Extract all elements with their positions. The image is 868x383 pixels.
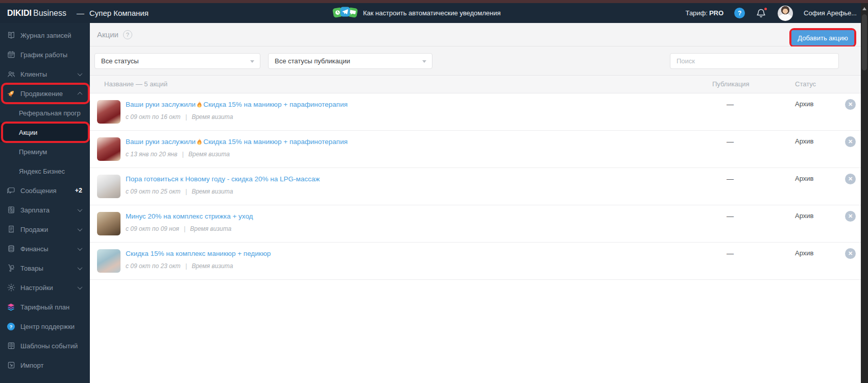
sidebar-item-promotion[interactable]: Продвижение: [0, 84, 90, 103]
chevron-down-icon: [78, 265, 83, 270]
sidebar-item-finance[interactable]: Финансы: [0, 239, 90, 258]
close-button[interactable]: ✕: [845, 174, 856, 184]
chevron-down-icon: [78, 207, 83, 212]
promo-row[interactable]: Пора готовиться к Новому году - скидка 2…: [90, 168, 861, 205]
telegram-icon: [340, 7, 350, 19]
sidebar-item-templates[interactable]: Шаблоны событий: [0, 336, 90, 355]
sidebar-item-yandex[interactable]: Яндекс Бизнес: [0, 161, 90, 181]
sidebar-item-settings[interactable]: Настройки: [0, 278, 90, 297]
chevron-down-icon: [78, 284, 83, 290]
table-header: Название — 5 акций Публикация Статус: [90, 76, 861, 93]
promo-visit-type: Время визита: [191, 113, 233, 121]
scrollbar-thumb[interactable]: [862, 14, 867, 70]
manicure-paraffin-thumbnail: [97, 100, 120, 124]
promo-status: Архив: [795, 212, 813, 220]
status-filter-select[interactable]: Все статусы: [94, 53, 260, 69]
promo-publication: —: [712, 212, 748, 220]
promo-title-link[interactable]: Минус 20% на комплекс стрижка + уход: [126, 212, 253, 220]
app-logo[interactable]: DIKIDIBusiness: [7, 9, 66, 18]
sidebar-item-label: Продвижение: [20, 90, 63, 98]
promo-title-link[interactable]: Скидка 15% на комплекс маникюр + педикюр: [126, 250, 271, 257]
filter-bar: Все статусы Все статусы публикации: [90, 46, 861, 76]
promo-subtitle: с 13 янв по 20 янв | Время визита: [126, 151, 230, 158]
page-scrollbar[interactable]: [861, 3, 868, 383]
promo-status: Архив: [795, 175, 813, 182]
topbar-right: Тариф:PRO ? София Арефье...: [686, 3, 857, 23]
notifications-promo-link[interactable]: Как настроить автоматические уведомления: [333, 7, 501, 19]
sidebar-item-label: Импорт: [20, 362, 43, 369]
promo-publication: —: [712, 137, 748, 146]
status-filter-value: Все статусы: [101, 57, 139, 65]
settings-icon: [6, 283, 16, 293]
sidebar-item-premium[interactable]: Премиум: [0, 142, 90, 161]
sidebar-item-journal[interactable]: Журнал записей: [0, 26, 90, 45]
promo-subtitle: с 09 окт по 23 окт | Время визита: [126, 262, 233, 270]
close-button[interactable]: ✕: [845, 136, 856, 147]
promo-dates: с 09 окт по 09 ноя: [126, 225, 179, 232]
sidebar-item-label: Шаблоны событий: [20, 342, 78, 350]
goods-icon: [6, 264, 16, 273]
svg-text:?: ?: [10, 323, 13, 329]
unread-count-badge: +2: [75, 187, 82, 194]
promo-row[interactable]: Скидка 15% на комплекс маникюр + педикюр…: [90, 243, 861, 280]
close-button[interactable]: ✕: [845, 248, 856, 259]
promo-subtitle: с 09 окт по 16 окт | Время визита: [126, 113, 233, 121]
clients-icon: [6, 69, 16, 79]
sidebar-item-sales[interactable]: Продажи: [0, 220, 90, 239]
fire-emoji-icon: [196, 138, 203, 146]
promo-title-link[interactable]: Ваши руки заслужили Скидка 15% на маникю…: [126, 101, 348, 108]
tariff-value: PRO: [709, 9, 724, 17]
chevron-down-icon: [422, 60, 426, 63]
promo-row[interactable]: Ваши руки заслужили Скидка 15% на маникю…: [90, 93, 861, 131]
main-content: Акции ? Добавить акцию Все статусы Все с…: [90, 23, 861, 383]
chevron-down-icon: [250, 60, 254, 63]
promo-dates: с 09 окт по 16 окт: [126, 113, 181, 121]
sidebar-item-tariff-plan[interactable]: Тарифный план: [0, 297, 90, 317]
scrollbar-up-arrow-icon[interactable]: [862, 7, 866, 10]
promo-title-link[interactable]: Пора готовиться к Новому году - скидка 2…: [126, 175, 320, 183]
company-name: —Супер Компания: [77, 9, 149, 17]
sidebar-item-label: Клиенты: [20, 70, 47, 78]
highlight-box-add-button: Добавить акцию: [789, 28, 856, 47]
logo-secondary: Business: [33, 9, 66, 17]
page-help-icon[interactable]: ?: [123, 30, 132, 39]
close-button[interactable]: ✕: [845, 99, 856, 110]
chevron-up-icon: [78, 91, 83, 97]
sidebar-item-import[interactable]: Импорт: [0, 355, 90, 375]
user-name[interactable]: София Арефье...: [804, 9, 857, 17]
promo-publication: —: [712, 175, 748, 183]
sidebar-item-label: Центр поддержки: [20, 323, 75, 330]
promo-status: Архив: [795, 137, 813, 145]
sidebar-item-salary[interactable]: Зарплата: [0, 200, 90, 220]
promo-row[interactable]: Ваши руки заслужили Скидка 15% на маникю…: [90, 131, 861, 168]
sidebar-item-promos[interactable]: Акции: [0, 123, 90, 142]
import-icon: [6, 361, 16, 370]
tariff-icon: [6, 302, 16, 312]
publication-filter-select[interactable]: Все статусы публикации: [268, 53, 432, 69]
notifications-bell-icon[interactable]: [756, 8, 767, 19]
sidebar-item-referral[interactable]: Реферальная прогр: [0, 103, 90, 123]
close-button[interactable]: ✕: [845, 211, 856, 222]
sidebar-item-label: Сообщения: [20, 187, 57, 195]
sidebar-item-label: Премиум: [19, 148, 47, 156]
help-button[interactable]: ?: [734, 8, 745, 18]
sidebar-item-label: Акции: [19, 129, 37, 136]
search-input[interactable]: [670, 53, 839, 69]
status-column-header: Статус: [795, 80, 816, 88]
promo-link-label: Как настроить автоматические уведомления: [363, 9, 501, 17]
sidebar-item-support[interactable]: ? Центр поддержки: [0, 317, 90, 336]
sidebar-item-label: Товары: [20, 265, 43, 272]
promo-subtitle: с 09 окт по 25 окт | Время визита: [126, 188, 233, 195]
page-header: Акции ? Добавить акцию: [90, 23, 861, 46]
sidebar-item-messages[interactable]: Сообщения +2: [0, 181, 90, 200]
promo-title-link[interactable]: Ваши руки заслужили Скидка 15% на маникю…: [126, 138, 348, 146]
add-promo-button[interactable]: Добавить акцию: [791, 30, 854, 45]
user-avatar[interactable]: [778, 6, 793, 21]
sidebar-item-schedule[interactable]: График работы: [0, 45, 90, 64]
sidebar-item-goods[interactable]: Товары: [0, 258, 90, 278]
promo-row[interactable]: Минус 20% на комплекс стрижка + уход с 0…: [90, 205, 861, 243]
name-column-header: Название — 5 акций: [104, 80, 167, 88]
promo-visit-type: Время визита: [188, 151, 230, 158]
sidebar-item-label: Реферальная прогр: [19, 109, 81, 117]
sidebar-item-clients[interactable]: Клиенты: [0, 64, 90, 84]
